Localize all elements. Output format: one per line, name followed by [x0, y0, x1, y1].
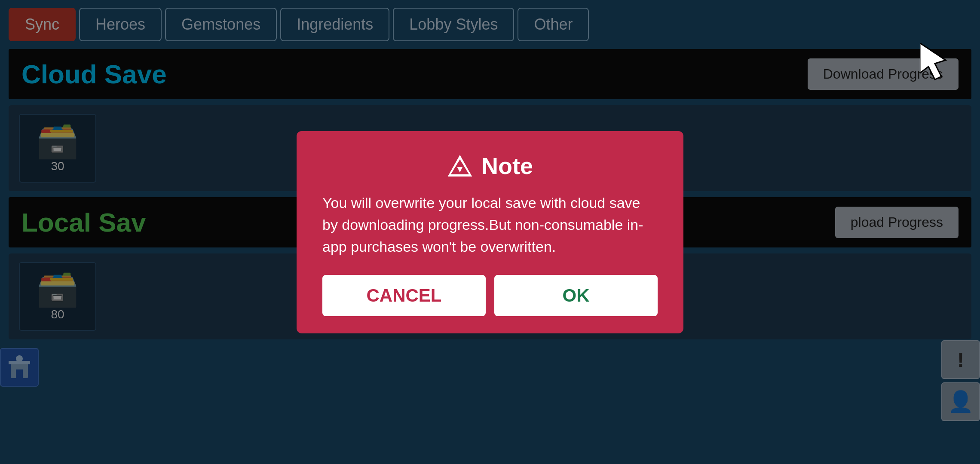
note-modal: ▼ Note You will overwrite your local sav… — [297, 131, 683, 333]
warning-triangle-icon: ▼ — [447, 154, 473, 177]
svg-text:▼: ▼ — [456, 164, 465, 174]
modal-body: You will overwrite your local save with … — [322, 192, 658, 258]
modal-overlay: ▼ Note You will overwrite your local sav… — [0, 0, 980, 464]
ok-button[interactable]: OK — [494, 275, 658, 316]
cancel-button[interactable]: CANCEL — [322, 275, 486, 316]
modal-buttons: CANCEL OK — [322, 275, 658, 316]
modal-title: Note — [481, 153, 533, 179]
modal-title-row: ▼ Note — [322, 153, 658, 179]
